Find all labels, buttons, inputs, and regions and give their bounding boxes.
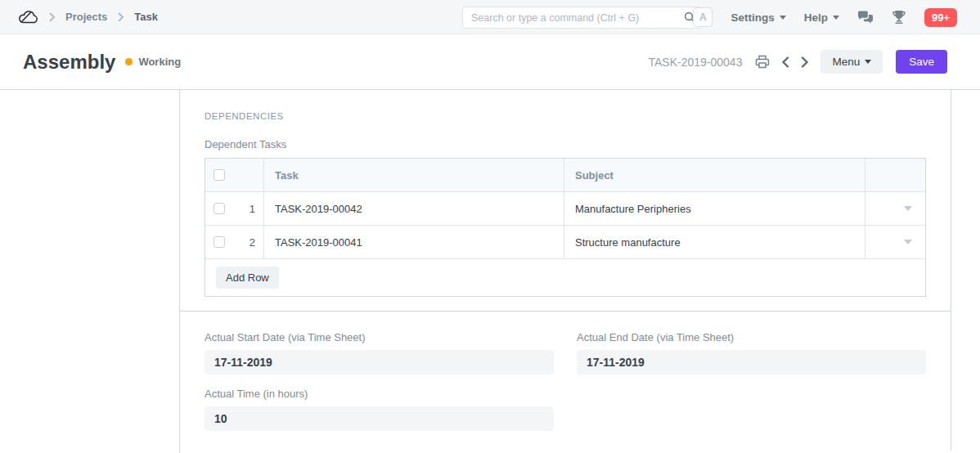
- row-index: 1: [249, 203, 255, 215]
- table-row[interactable]: 2 TASK-2019-00041 Structure manufacture: [205, 226, 925, 259]
- actual-time-value: 10: [205, 406, 554, 431]
- menu-button-label: Menu: [832, 56, 860, 68]
- breadcrumb-separator-icon: [48, 12, 56, 22]
- app-logo-icon[interactable]: [16, 7, 38, 26]
- save-button[interactable]: Save: [896, 50, 947, 74]
- column-header-subject: Subject: [575, 169, 614, 182]
- navbar-right: A Settings Help 99+: [693, 0, 957, 34]
- print-icon[interactable]: [755, 55, 770, 69]
- form-main: DEPENDENCIES Dependent Tasks Task Subjec…: [180, 90, 951, 451]
- section-dependencies-title: DEPENDENCIES: [205, 111, 926, 121]
- row-checkbox[interactable]: [214, 236, 225, 248]
- section-dependencies: DEPENDENCIES Dependent Tasks Task Subjec…: [180, 90, 951, 311]
- title-area: Assembly Working: [23, 51, 181, 74]
- form-layout: DEPENDENCIES Dependent Tasks Task Subjec…: [0, 90, 980, 453]
- header-task-cell: Task: [264, 159, 564, 191]
- settings-label: Settings: [731, 11, 774, 24]
- column-header-task: Task: [275, 169, 299, 182]
- row-actions-cell: [865, 192, 925, 225]
- section-actuals: Actual Start Date (via Time Sheet) 17-11…: [180, 311, 951, 451]
- navbar: Projects Task A Settings Help: [0, 0, 980, 34]
- table-row[interactable]: 1 TASK-2019-00042 Manufacture Peripherie…: [205, 192, 925, 226]
- breadcrumb-task[interactable]: Task: [134, 11, 158, 23]
- row-task-cell[interactable]: TASK-2019-00042: [264, 192, 564, 225]
- header-subject-cell: Subject: [564, 159, 865, 191]
- doc-id: TASK-2019-00043: [649, 56, 743, 69]
- row-dropdown-icon[interactable]: [904, 240, 912, 244]
- header-actions-cell: [865, 159, 925, 191]
- task-value: TASK-2019-00042: [275, 203, 362, 215]
- header-check-cell: [205, 159, 264, 191]
- dependent-tasks-label: Dependent Tasks: [205, 138, 926, 150]
- chevron-down-icon: [865, 60, 871, 64]
- chevron-down-icon: [780, 16, 786, 20]
- actual-start-date-field: Actual Start Date (via Time Sheet) 17-11…: [205, 331, 554, 375]
- status-dot-icon: [125, 58, 133, 65]
- form-sidebar: [0, 90, 180, 453]
- help-menu[interactable]: Help: [804, 11, 839, 24]
- settings-menu[interactable]: Settings: [731, 11, 785, 24]
- avatar[interactable]: A: [693, 7, 713, 27]
- actual-start-date-label: Actual Start Date (via Time Sheet): [205, 331, 554, 343]
- actual-time-field: Actual Time (in hours) 10: [205, 388, 554, 431]
- next-doc-icon[interactable]: [801, 56, 809, 68]
- table-header-row: Task Subject: [205, 159, 925, 192]
- row-check-cell: 1: [205, 192, 264, 225]
- global-search: [462, 7, 703, 29]
- select-all-checkbox[interactable]: [214, 169, 225, 181]
- page-header: Assembly Working TASK-2019-00043 Menu Sa…: [0, 34, 980, 90]
- actual-end-date-value: 17-11-2019: [577, 350, 926, 375]
- subject-value: Manufacture Peripheries: [575, 203, 691, 215]
- breadcrumb-separator-icon: [117, 12, 124, 22]
- chevron-down-icon: [833, 16, 839, 20]
- row-subject-cell[interactable]: Structure manufacture: [564, 226, 865, 258]
- menu-button[interactable]: Menu: [820, 50, 883, 74]
- row-check-cell: 2: [205, 226, 264, 258]
- actual-time-label: Actual Time (in hours): [205, 388, 554, 400]
- row-dropdown-icon[interactable]: [904, 206, 912, 211]
- fields-grid: Actual Start Date (via Time Sheet) 17-11…: [205, 331, 926, 431]
- table-footer: Add Row: [205, 259, 925, 296]
- breadcrumb-projects[interactable]: Projects: [65, 11, 107, 23]
- actual-end-date-label: Actual End Date (via Time Sheet): [577, 331, 926, 343]
- actual-start-date-value: 17-11-2019: [205, 350, 554, 375]
- page-actions: TASK-2019-00043 Menu Save: [649, 50, 948, 74]
- actual-end-date-field: Actual End Date (via Time Sheet) 17-11-2…: [577, 331, 926, 375]
- prev-doc-icon[interactable]: [781, 56, 789, 68]
- notifications-badge[interactable]: 99+: [924, 8, 957, 27]
- row-subject-cell[interactable]: Manufacture Peripheries: [564, 192, 865, 225]
- trophy-icon[interactable]: [892, 10, 906, 25]
- status-indicator: Working: [125, 56, 181, 68]
- search-input[interactable]: [462, 7, 703, 29]
- dependent-tasks-table: Task Subject 1 TASK-2019-00042: [205, 158, 926, 297]
- page-title: Assembly: [23, 51, 115, 74]
- row-index: 2: [249, 236, 255, 249]
- task-value: TASK-2019-00041: [275, 236, 362, 249]
- add-row-button[interactable]: Add Row: [216, 267, 279, 289]
- status-label: Working: [138, 56, 181, 68]
- navbar-left: Projects Task: [0, 7, 158, 26]
- help-label: Help: [804, 11, 828, 24]
- row-task-cell[interactable]: TASK-2019-00041: [264, 226, 564, 258]
- chat-icon[interactable]: [857, 11, 874, 25]
- row-actions-cell: [865, 226, 925, 258]
- row-checkbox[interactable]: [214, 203, 225, 214]
- subject-value: Structure manufacture: [575, 236, 681, 249]
